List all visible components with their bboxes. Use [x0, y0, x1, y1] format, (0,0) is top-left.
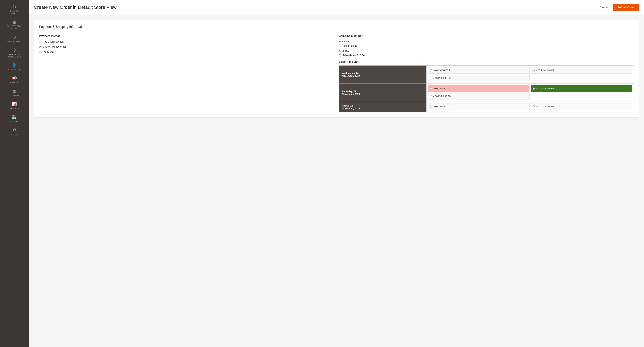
sidebar-item-label-elastic-search: ELASTICSEARCH: [10, 10, 18, 14]
shipping-method-panel: Shipping Method * Flat Rate Fixed - $5.0…: [339, 34, 634, 112]
reports-icon: 📊: [12, 102, 17, 106]
timeslot-label-1-0: 10:00 AM-1:00 PM: [433, 87, 452, 90]
header-actions: Cancel Submit Order: [598, 3, 639, 11]
shipping-option-table-rate[interactable]: Table Rate - $10.00: [339, 54, 634, 57]
sidebar-item-purchase-management[interactable]: ⬡ PURCHASEMANAGEMENT: [0, 45, 29, 60]
payment-shipping-grid: Payment Method Pos Cash Payment Check / …: [39, 34, 634, 112]
sidebar: ⬡ ELASTICSEARCH ▦ DELIVERY TIMESLOTS ⬡ W…: [0, 0, 29, 347]
sidebar-item-label-delivery-time-slots: DELIVERY TIMESLOTS: [7, 25, 22, 30]
timeslot-radio-2-0[interactable]: [430, 105, 432, 108]
payment-label-check-money: Check / Money order: [43, 45, 66, 48]
delivery-time-slots-icon: ▦: [12, 19, 16, 24]
sidebar-item-system[interactable]: ⚙ SYSTEM: [0, 125, 29, 138]
shipping-group-best-way: Best Way: [339, 50, 634, 52]
slots-grid-0: 10:00 AM-1:00 PM 1:00 PM-4:00 PM 4:00 PM…: [428, 67, 632, 81]
time-slot-option-0-0[interactable]: 10:00 AM-1:00 PM: [428, 67, 530, 74]
date-cell-2: Friday, 22November, 2019: [339, 102, 426, 112]
time-slot-container: Wednesday, 20November, 2019 10:00 AM-1:0…: [339, 65, 634, 112]
sidebar-item-label-stores: STORES: [10, 120, 18, 123]
time-slot-option-1-2[interactable]: 4:00 PM-8:00 PM: [428, 93, 530, 99]
timeslot-label-2-1: 1:00 PM-4:00 PM: [536, 105, 554, 108]
shipping-options: Flat Rate Fixed - $5.00 Best Way Table R…: [339, 40, 634, 57]
sidebar-item-label-marketing: MARKETING: [8, 81, 20, 84]
payment-radio-pos-cash[interactable]: [39, 40, 41, 43]
sidebar-item-delivery-time-slots[interactable]: ▦ DELIVERY TIMESLOTS: [0, 17, 29, 32]
date-cell-1: Thursday, 21November, 2019: [339, 84, 426, 102]
sidebar-item-elastic-search[interactable]: ⬡ ELASTICSEARCH: [0, 2, 29, 17]
sidebar-item-stores[interactable]: 🏪 STORES: [0, 112, 29, 125]
shipping-label-table-rate: Table Rate - $10.00: [343, 54, 364, 57]
slots-cell-1: 10:00 AM-1:00 PM 1:00 PM-4:00 PM 4:00 PM…: [426, 84, 634, 101]
timeslot-radio-0-1[interactable]: [532, 69, 534, 71]
web-to-print-icon: ⬡: [12, 35, 16, 39]
timeslot-label-0-0: 10:00 AM-1:00 PM: [433, 69, 452, 72]
shipping-group-flat-rate: Flat Rate: [339, 40, 634, 43]
time-slot-title: Select Time Slot: [339, 60, 634, 63]
time-slot-option-0-2[interactable]: 4:00 PM-8:00 PM: [428, 75, 530, 81]
page-title: Create New Order in Default Store View: [34, 4, 116, 10]
payment-option-pos-cash[interactable]: Pos Cash Payment: [39, 40, 334, 43]
timeslot-radio-1-2[interactable]: [430, 95, 432, 97]
payment-options: Pos Cash Payment Check / Money order Iyz…: [39, 40, 334, 53]
time-slot-table: Wednesday, 20November, 2019 10:00 AM-1:0…: [339, 65, 634, 112]
timeslot-radio-1-0[interactable]: [430, 87, 432, 90]
timeslot-radio-0-0[interactable]: [430, 69, 432, 71]
sidebar-item-label-system: SYSTEM: [10, 133, 18, 136]
time-slot-row: Thursday, 21November, 2019 10:00 AM-1:00…: [339, 84, 634, 101]
page-body: Payment & Shipping Information Payment M…: [29, 15, 644, 347]
sidebar-item-label-customers: CUSTOMERS: [8, 69, 20, 71]
payment-shipping-section: Payment & Shipping Information Payment M…: [34, 20, 639, 118]
shipping-option-fixed[interactable]: Fixed - $5.00: [339, 44, 634, 47]
time-slot-option-2-0[interactable]: 10:00 AM-1:00 PM: [428, 103, 530, 110]
timeslot-label-2-0: 10:00 AM-1:00 PM: [433, 105, 452, 108]
sidebar-item-web-to-print[interactable]: ⬡ WEB TO PRINT: [0, 32, 29, 45]
time-slot-row: Friday, 22November, 2019 10:00 AM-1:00 P…: [339, 102, 634, 112]
payment-radio-check-money[interactable]: [39, 46, 41, 48]
required-star: *: [362, 34, 362, 37]
timeslot-radio-1-1[interactable]: [532, 87, 534, 90]
slots-grid-2: 10:00 AM-1:00 PM 1:00 PM-4:00 PM: [428, 103, 632, 110]
stores-icon: 🏪: [12, 115, 17, 119]
main-content: Create New Order in Default Store View C…: [29, 0, 644, 347]
sidebar-item-marketing[interactable]: 📢 MARKETING: [0, 73, 29, 86]
slots-grid-1: 10:00 AM-1:00 PM 1:00 PM-4:00 PM 4:00 PM…: [428, 85, 632, 99]
page-header: Create New Order in Default Store View C…: [29, 0, 644, 15]
date-cell-0: Wednesday, 20November, 2019: [339, 65, 426, 84]
payment-label-pos-cash: Pos Cash Payment: [43, 40, 64, 43]
timeslot-label-1-1: 1:00 PM-4:00 PM: [536, 87, 554, 90]
cancel-button[interactable]: Cancel: [598, 4, 610, 10]
shipping-radio-table-rate[interactable]: [339, 54, 341, 56]
sidebar-item-label-content: CONTENT: [10, 94, 19, 97]
sidebar-item-content[interactable]: ▦ CONTENT: [0, 86, 29, 99]
system-icon: ⚙: [12, 128, 16, 132]
time-slot-row: Wednesday, 20November, 2019 10:00 AM-1:0…: [339, 65, 634, 83]
payment-method-title: Payment Method: [39, 34, 334, 37]
sidebar-item-customers[interactable]: 👤 CUSTOMERS: [0, 60, 29, 73]
payment-method-panel: Payment Method Pos Cash Payment Check / …: [39, 34, 334, 112]
time-slot-option-1-1[interactable]: 1:00 PM-4:00 PM: [530, 85, 632, 92]
time-slot-option-1-0[interactable]: 10:00 AM-1:00 PM: [428, 85, 530, 92]
timeslot-label-0-2: 4:00 PM-8:00 PM: [433, 77, 451, 79]
purchase-management-icon: ⬡: [12, 48, 16, 52]
sidebar-item-label-reports: REPORTS: [10, 107, 19, 110]
timeslot-radio-2-1[interactable]: [532, 105, 534, 108]
payment-label-iyzico: Iyzico pay: [43, 50, 54, 53]
time-slot-option-0-1[interactable]: 1:00 PM-4:00 PM: [530, 67, 632, 74]
payment-option-iyzico[interactable]: Iyzico pay: [39, 50, 334, 53]
shipping-radio-fixed[interactable]: [339, 45, 341, 47]
shipping-method-title: Shipping Method *: [339, 34, 634, 37]
payment-radio-iyzico[interactable]: [39, 51, 41, 53]
timeslot-label-0-1: 1:00 PM-4:00 PM: [536, 69, 554, 72]
content-icon: ▦: [12, 89, 16, 94]
submit-order-button[interactable]: Submit Order: [613, 3, 639, 11]
timeslot-label-1-2: 4:00 PM-8:00 PM: [433, 95, 451, 97]
section-title: Payment & Shipping Information: [39, 25, 634, 31]
time-slot-option-2-1[interactable]: 1:00 PM-4:00 PM: [530, 103, 632, 110]
slots-cell-0: 10:00 AM-1:00 PM 1:00 PM-4:00 PM 4:00 PM…: [426, 65, 634, 83]
shipping-label-fixed: Fixed - $5.00: [343, 44, 358, 47]
sidebar-item-label-web-to-print: WEB TO PRINT: [7, 40, 22, 43]
sidebar-item-reports[interactable]: 📊 REPORTS: [0, 99, 29, 112]
customers-icon: 👤: [12, 63, 17, 68]
payment-option-check-money[interactable]: Check / Money order: [39, 45, 334, 48]
timeslot-radio-0-2[interactable]: [430, 77, 432, 79]
